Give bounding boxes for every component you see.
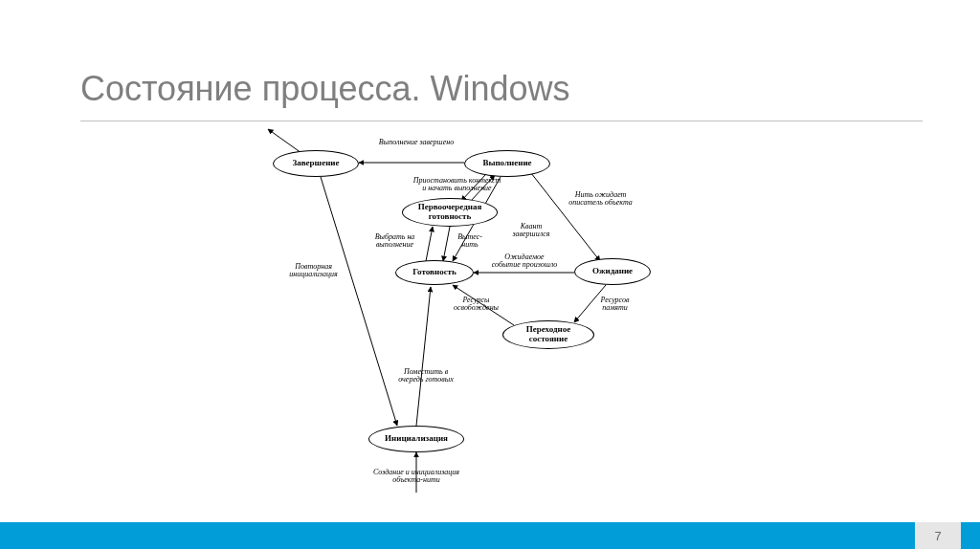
footer-bar [0,522,980,549]
edge-thread-waits: Нить ожидает описатель объекта [565,191,636,208]
edge-create-init: Создание и инициализация объекта-нити [359,469,474,485]
svg-line-6 [426,227,433,261]
edge-select-exec: Выбрать на выполнение [368,233,421,250]
edge-no-memory: Ресурсов памяти [589,296,641,313]
edge-place-queue: Поместить в очередь готовых [392,368,459,384]
state-wait: Ожидание [574,258,651,285]
edge-preempt-thread: Вытес- нить [451,233,489,250]
edge-exec-terminate: Выполнение завершено [378,139,455,146]
state-ready: Готовность [395,260,474,285]
state-transition: Переходное состояние [502,320,594,349]
svg-line-1 [268,129,301,153]
edge-quantum-end: Квант завершился [502,223,560,239]
state-init: Инициализация [368,426,464,452]
edge-event-occurred: Ожидаемое событие произошло [491,253,558,270]
svg-line-11 [416,287,431,426]
state-priority-ready: Первоочередная готовность [402,198,498,227]
svg-line-12 [321,177,397,426]
edge-preempt: Приостановить контекст и начать выполнен… [412,177,502,193]
edge-resources-freed: Ресурсы освобождены [445,296,507,313]
state-diagram: Завершение Выполнение Первоочередная гот… [244,139,737,502]
page-number: 7 [915,522,961,549]
slide-title: Состояние процесса. Windows [80,69,569,109]
title-underline [80,121,923,121]
edge-reinit: Повторная инициализация [278,263,349,279]
diagram-edges [244,139,737,502]
state-terminate: Завершение [273,150,359,177]
svg-line-7 [443,227,450,261]
state-execute: Выполнение [464,150,550,177]
svg-line-4 [531,173,600,261]
